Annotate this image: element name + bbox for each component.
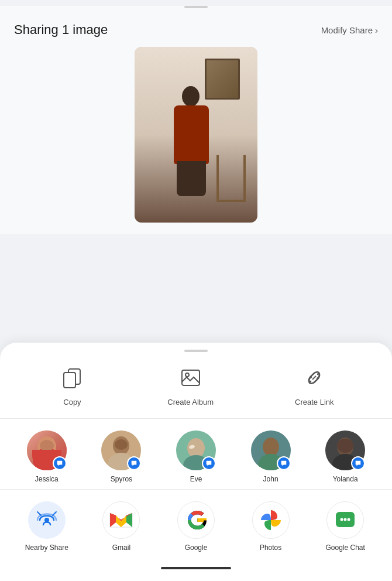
- create-album-action[interactable]: Create Album: [167, 364, 214, 406]
- contact-john[interactable]: John: [242, 430, 300, 483]
- create-link-action[interactable]: Create Link: [295, 364, 333, 406]
- gmail-icon: [102, 501, 140, 539]
- nearby-share-icon: [28, 501, 66, 539]
- contact-jessica[interactable]: Jessica: [18, 430, 76, 483]
- contact-eve[interactable]: Eve: [167, 430, 225, 483]
- app-nearby-share[interactable]: Nearby Share: [18, 501, 76, 552]
- person-figure: [167, 88, 216, 199]
- bottom-sheet: Copy Create Album Create Link: [0, 343, 392, 581]
- svg-point-28: [348, 518, 350, 521]
- copy-icon: [58, 364, 86, 392]
- svg-point-3: [185, 373, 189, 377]
- action-row: Copy Create Album Create Link: [0, 352, 392, 419]
- app-gmail[interactable]: Gmail: [92, 501, 150, 552]
- eve-avatar-wrap: [176, 430, 216, 470]
- spyros-avatar-wrap: [101, 430, 141, 470]
- svg-rect-2: [182, 370, 200, 385]
- app-google-chat[interactable]: Google Chat: [316, 501, 374, 552]
- contacts-row: Jessica Spyros: [0, 419, 392, 490]
- john-avatar-wrap: [251, 430, 291, 470]
- app-google[interactable]: Google: [167, 501, 225, 552]
- modify-share-button[interactable]: Modify Share ›: [321, 25, 378, 35]
- album-icon: [177, 364, 205, 392]
- apps-row: Nearby Share Gmail: [0, 490, 392, 558]
- eve-name: Eve: [190, 475, 202, 483]
- photos-icon: [252, 501, 290, 539]
- home-indicator: [161, 567, 231, 569]
- top-section: Sharing 1 image Modify Share ›: [0, 6, 392, 234]
- person-body: [174, 105, 209, 164]
- person-legs: [177, 161, 206, 196]
- page-title: Sharing 1 image: [14, 22, 108, 37]
- yolanda-name: Yolanda: [333, 475, 358, 483]
- header: Sharing 1 image Modify Share ›: [0, 18, 392, 47]
- yolanda-message-badge: [351, 456, 365, 470]
- eve-message-badge: [202, 456, 216, 470]
- svg-point-6: [40, 440, 54, 452]
- google-label: Google: [185, 544, 208, 552]
- svg-point-16: [263, 438, 279, 456]
- svg-point-21: [337, 439, 353, 453]
- person-head: [182, 86, 200, 107]
- spyros-name: Spyros: [111, 475, 132, 483]
- nearby-share-label: Nearby Share: [25, 544, 68, 552]
- svg-point-26: [341, 518, 343, 521]
- chair-detail: [216, 155, 246, 202]
- contact-spyros[interactable]: Spyros: [92, 430, 150, 483]
- contact-yolanda[interactable]: Yolanda: [316, 430, 374, 483]
- create-album-label: Create Album: [167, 398, 214, 406]
- photos-label: Photos: [260, 544, 281, 552]
- google-chat-label: Google Chat: [325, 544, 365, 552]
- copy-action[interactable]: Copy: [58, 364, 86, 406]
- preview-image: [135, 47, 257, 223]
- john-name: John: [263, 475, 278, 483]
- link-icon: [300, 364, 328, 392]
- svg-rect-1: [64, 372, 75, 388]
- jessica-avatar-wrap: [27, 430, 67, 470]
- app-photos[interactable]: Photos: [242, 501, 300, 552]
- svg-line-24: [53, 512, 56, 515]
- modify-share-arrow: ›: [375, 25, 378, 35]
- image-preview-container: [0, 47, 392, 234]
- svg-point-27: [344, 518, 347, 521]
- create-link-label: Create Link: [295, 398, 333, 406]
- svg-line-23: [37, 512, 41, 515]
- drag-handle[interactable]: [184, 6, 208, 8]
- jessica-message-badge: [53, 456, 67, 470]
- gmail-label: Gmail: [112, 544, 130, 552]
- jessica-name: Jessica: [35, 475, 59, 483]
- modify-share-label: Modify Share: [321, 25, 373, 35]
- copy-label: Copy: [63, 398, 81, 406]
- google-chat-icon: [326, 501, 364, 539]
- svg-point-10: [115, 439, 128, 450]
- spyros-message-badge: [127, 456, 141, 470]
- google-icon: [177, 501, 215, 539]
- yolanda-avatar-wrap: [325, 430, 365, 470]
- john-message-badge: [277, 456, 291, 470]
